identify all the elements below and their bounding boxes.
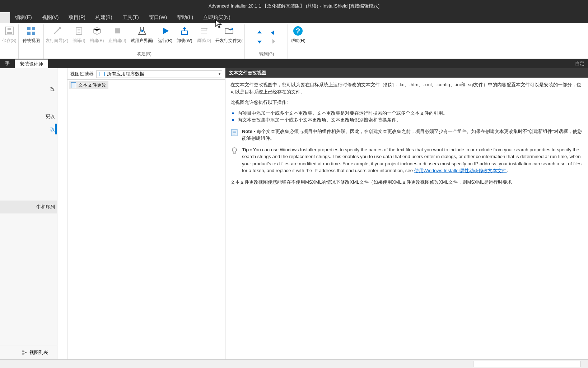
help-button[interactable]: ? 帮助(H) (289, 24, 308, 45)
content-pane: 文本文件更改视图 在文本文件更改视图中，您可以为要在目标系统上运行时修改的文本文… (225, 68, 588, 359)
note-icon (230, 128, 238, 142)
content-body: 在文本文件更改视图中，您可以为要在目标系统上运行时修改的文本文件（例如，.txt… (225, 78, 588, 193)
svg-rect-3 (27, 27, 31, 30)
uninstall-button[interactable]: 卸载(W) (174, 24, 194, 45)
nav-up-icon[interactable] (256, 29, 263, 36)
filter-combo[interactable]: 所有应用程序数据 ▾ (97, 70, 222, 78)
status-input[interactable] (473, 361, 581, 367)
content-p3: 文本文件更改视图使您能够在不使用MSXML的情况下修改XML文件（如果使用XML… (230, 179, 583, 186)
menu-tools[interactable]: 工具(T) (117, 12, 144, 23)
debug-icon (198, 25, 210, 37)
title-bar: Advanced Installer 20.1.1 【汉化破解直装版】 (只读)… (0, 0, 588, 12)
tip-block: Tip • You can use Windows Installer prop… (230, 146, 583, 174)
svg-rect-5 (27, 32, 31, 35)
svg-point-7 (59, 27, 61, 29)
wand-icon (51, 25, 63, 37)
nav-down-icon[interactable] (256, 38, 263, 45)
save-button[interactable]: 保存(S) (0, 24, 19, 45)
tab-custom[interactable]: 自定 (575, 59, 588, 68)
monitor-icon (99, 72, 105, 76)
menu-view[interactable]: 视图(V) (37, 12, 64, 23)
view-list-label: 视图列表 (29, 349, 48, 356)
content-li1: 向项目中添加一个或多个文本更改集。文本更改集是对要在运行时搜索的一个或多个文本文… (238, 110, 583, 117)
stop-icon (112, 25, 123, 37)
compile-icon (73, 25, 85, 37)
tip-title: Tip • (242, 147, 252, 152)
tab-assistant[interactable]: 手 (0, 59, 15, 68)
content-header: 文本文件更改视图 (225, 68, 588, 78)
sidebar-item-active[interactable]: 改 (0, 123, 57, 136)
nav-forward-icon[interactable] (270, 38, 276, 45)
debug-button[interactable]: 调试(D) (195, 24, 214, 45)
test-ui-button[interactable]: 试用户界面( (129, 24, 156, 45)
svg-point-11 (206, 28, 207, 29)
tree-item[interactable]: 文本文件更改 (69, 81, 108, 89)
bulb-icon (230, 146, 238, 174)
filter-value: 所有应用程序数据 (107, 71, 144, 77)
tab-designer[interactable]: 安装设计师 (15, 59, 48, 68)
content-p2: 此视图允许您执行以下操作: (230, 99, 583, 106)
tree-item-label: 文本文件更改 (78, 82, 106, 88)
sidebar-item-sequence[interactable]: 牛和序列 (0, 201, 57, 213)
content-p1: 在文本文件更改视图中，您可以为要在目标系统上运行时修改的文本文件（例如，.txt… (230, 81, 583, 95)
grid-icon (25, 25, 37, 37)
sidebar-footer[interactable]: 视图列表 (0, 345, 57, 359)
tab-strip: 手 安装设计师 自定 (0, 59, 588, 68)
nav-back-icon[interactable] (270, 29, 276, 36)
release-wizard-button[interactable]: 发行向导(Z) (43, 24, 70, 45)
menu-bar: 编辑(E) 视图(V) 项目(P) 构建(B) 工具(T) 窗口(W) 帮助(L… (0, 12, 588, 23)
ribbon-group-goto-label: 转到(G) (259, 51, 274, 57)
svg-rect-9 (115, 28, 120, 33)
svg-text:?: ? (296, 27, 300, 35)
note-body: 每个文本更改集必须与项目中的组件相关联。因此，在创建文本更改集之前，项目必须至少… (242, 129, 582, 141)
main-area: 改 更改 改 牛和序列 视图列表 视图过滤器 所有应用程序数据 ▾ 文本文件更改 (0, 68, 588, 359)
tip-body: You can use Windows Installer properties… (242, 147, 582, 174)
document-icon (71, 82, 76, 88)
note-block: Note • 每个文本更改集必须与项目中的组件相关联。因此，在创建文本更改集之前… (230, 128, 583, 142)
content-li2: 向文本更改集中添加一个或多个文本更改项。文本更改项识别搜索和替换条件。 (238, 116, 583, 124)
play-icon (159, 25, 171, 37)
sidebar-item[interactable]: 更改 (0, 110, 57, 123)
traditional-view-button[interactable]: 传统视图 (20, 24, 42, 45)
save-icon (4, 25, 15, 37)
selection-indicator (55, 124, 57, 134)
sidebar-item[interactable]: 改 (0, 83, 57, 96)
note-title: Note • (242, 129, 255, 134)
menu-help[interactable]: 帮助(L) (172, 12, 198, 23)
run-button[interactable]: 运行(R) (156, 24, 175, 45)
menu-project[interactable]: 项目(P) (64, 12, 90, 23)
window-title: Advanced Installer 20.1.1 【汉化破解直装版】 (只读)… (209, 3, 379, 9)
left-sidebar: 改 更改 改 牛和序列 视图列表 (0, 68, 57, 359)
help-icon: ? (292, 25, 304, 37)
uninstall-icon (179, 25, 190, 37)
ribbon-toolbar: 保存(S) 传统视图 发行向导(Z) 编译(I) 构建(B) (0, 23, 588, 59)
svg-rect-1 (7, 32, 12, 34)
menu-window[interactable]: 窗口(W) (144, 12, 172, 23)
filter-label: 视图过滤器 (70, 71, 94, 77)
svg-rect-2 (8, 28, 11, 30)
build-button[interactable]: 构建(B) (88, 24, 106, 45)
tree-body: 文本文件更改 (67, 80, 225, 359)
menu-file[interactable] (0, 12, 10, 23)
svg-rect-6 (32, 32, 35, 35)
ribbon-group-build-label: 构建(B) (137, 51, 151, 57)
svg-rect-10 (182, 31, 187, 34)
svg-rect-4 (32, 27, 35, 30)
compile-button[interactable]: 编译(I) (70, 24, 87, 45)
folder-open-icon (223, 25, 235, 37)
filter-bar: 视图过滤器 所有应用程序数据 ▾ (67, 68, 225, 80)
splitter[interactable] (57, 68, 67, 359)
menu-edit[interactable]: 编辑(E) (10, 12, 37, 23)
flask-play-icon (136, 25, 148, 37)
stop-build-button[interactable]: 止构建(J) (106, 24, 129, 45)
svg-point-18 (232, 148, 237, 152)
cube-icon (91, 25, 103, 37)
tree-icon (22, 350, 27, 355)
chevron-down-icon: ▾ (219, 72, 220, 76)
tip-link[interactable]: 使用Windows Installer属性动态修改文本文件 (414, 168, 507, 173)
menu-buy[interactable]: 立即购买(N) (198, 12, 235, 23)
tree-pane: 视图过滤器 所有应用程序数据 ▾ 文本文件更改 (67, 68, 225, 359)
menu-build[interactable]: 构建(B) (90, 12, 117, 23)
open-release-folder-button[interactable]: 开发行文件夹( (213, 24, 245, 45)
